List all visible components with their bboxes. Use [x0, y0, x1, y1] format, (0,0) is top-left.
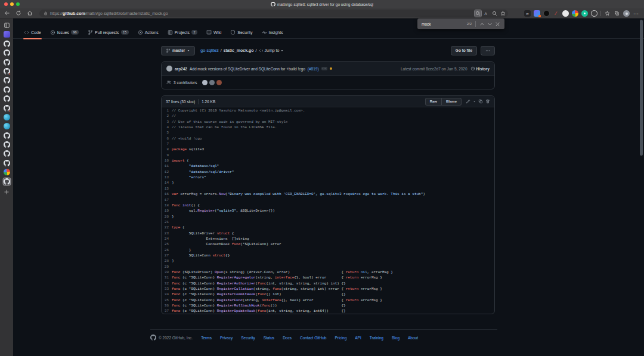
commit-message[interactable]: Add mock versions of SQLiteDriver and SQ…	[190, 67, 305, 71]
browser-tab-go[interactable]	[4, 123, 10, 129]
footer-link-api[interactable]: API	[355, 336, 361, 340]
line-number[interactable]: 4	[162, 125, 172, 130]
browser-tab-gh[interactable]	[4, 160, 10, 166]
collections-icon[interactable]	[500, 10, 506, 17]
tab-projects[interactable]: Projects2	[165, 26, 200, 39]
line-number[interactable]: 32	[162, 281, 172, 286]
browser-tab-go[interactable]	[4, 114, 10, 120]
line-number[interactable]: 23	[162, 231, 172, 236]
contributor-avatar[interactable]	[202, 80, 208, 85]
profile-avatar[interactable]	[623, 10, 630, 17]
go-to-file-button[interactable]: Go to file	[451, 46, 477, 55]
line-number[interactable]: 29	[162, 264, 172, 270]
tab-actions[interactable]: Actions	[135, 26, 162, 39]
footer-link-contact-github[interactable]: Contact GitHub	[300, 336, 326, 340]
line-number[interactable]: 37	[162, 308, 172, 314]
file-options-kebab-button[interactable]	[481, 46, 495, 55]
branch-selector[interactable]: master	[161, 46, 195, 55]
edit-dropdown-caret[interactable]	[473, 100, 476, 103]
line-number[interactable]: 3	[162, 119, 172, 125]
back-button[interactable]	[4, 10, 10, 16]
browser-tab-gh[interactable]	[4, 141, 10, 148]
browser-tab-gh[interactable]	[4, 49, 10, 56]
breadcrumb-repo-link[interactable]: go-sqlite3	[200, 48, 218, 52]
browser-tab-gh[interactable]	[4, 150, 10, 157]
line-number[interactable]: 22	[162, 225, 172, 230]
line-number[interactable]: 11	[162, 163, 172, 169]
tab-security[interactable]: Security	[227, 26, 255, 39]
extension-sphere[interactable]	[572, 10, 578, 17]
line-number[interactable]: 18	[162, 203, 172, 208]
footer-link-security[interactable]: Security	[241, 336, 255, 340]
extension-green[interactable]	[581, 10, 588, 17]
line-number[interactable]: 24	[162, 236, 172, 242]
line-number[interactable]: 7	[162, 141, 172, 147]
contributor-avatar[interactable]	[216, 80, 222, 85]
line-number[interactable]: 34	[162, 292, 172, 297]
line-number[interactable]: 8	[162, 147, 172, 152]
line-number[interactable]: 15	[162, 186, 172, 191]
tab-issues[interactable]: Issues96	[47, 26, 82, 39]
footer-link-blog[interactable]: Blog	[392, 336, 400, 340]
edit-file-button[interactable]	[466, 99, 470, 104]
line-number[interactable]: 16	[162, 191, 172, 197]
tab-wiki[interactable]: Wiki	[203, 26, 224, 39]
browser-tab-google[interactable]	[4, 169, 10, 175]
line-number[interactable]: 2	[162, 113, 172, 119]
jump-to-dropdown[interactable]: Jump to	[259, 48, 284, 53]
footer-link-docs[interactable]: Docs	[283, 336, 292, 340]
favorite-star-icon[interactable]	[604, 10, 611, 17]
contributors-link[interactable]: 3 contributors	[174, 81, 197, 85]
find-input[interactable]: mock	[422, 22, 465, 26]
line-number[interactable]: 9	[162, 153, 172, 158]
line-number[interactable]: 5	[162, 130, 172, 135]
extension-ring[interactable]	[591, 10, 597, 17]
line-number[interactable]: 36	[162, 303, 172, 308]
commit-pr-link[interactable]: (#819)	[308, 67, 319, 71]
browser-menu-icon[interactable]: ⋯	[633, 10, 639, 17]
extension-dark[interactable]: ∞	[524, 10, 531, 17]
line-number[interactable]: 12	[162, 169, 172, 175]
footer-link-pricing[interactable]: Pricing	[335, 336, 346, 340]
copy-icon[interactable]	[478, 99, 483, 104]
line-number[interactable]: 28	[162, 258, 172, 264]
extension-colorful[interactable]	[534, 10, 540, 17]
new-tab-button[interactable]	[4, 189, 10, 195]
delete-file-button[interactable]	[485, 99, 490, 104]
line-number[interactable]: 10	[162, 158, 172, 163]
home-button[interactable]	[27, 10, 33, 16]
browser-tab-gh-red[interactable]	[4, 68, 10, 75]
browser-tab-gh[interactable]	[4, 132, 10, 139]
line-number[interactable]: 19	[162, 208, 172, 213]
find-previous-button[interactable]	[479, 21, 485, 27]
find-in-page-icon[interactable]	[475, 10, 481, 17]
footer-link-about[interactable]: About	[408, 336, 418, 340]
line-number[interactable]: 1	[162, 108, 172, 113]
browser-tab-gh[interactable]	[4, 77, 10, 83]
refresh-button[interactable]	[16, 10, 21, 16]
extension-red[interactable]: ∕	[553, 10, 559, 17]
browser-tab-gh-active[interactable]	[4, 178, 10, 185]
line-number[interactable]: 13	[162, 175, 172, 180]
browser-tab-gh-red[interactable]	[4, 105, 10, 112]
footer-link-status[interactable]: Status	[264, 336, 274, 340]
raw-button[interactable]: Raw	[425, 98, 442, 106]
line-number[interactable]: 14	[162, 180, 172, 185]
line-number[interactable]: 30	[162, 270, 172, 275]
commit-description-toggle[interactable]	[321, 67, 327, 70]
browser-tab-gh[interactable]	[4, 59, 10, 66]
find-close-button[interactable]	[495, 21, 500, 27]
tab-pull-requests[interactable]: Pull requests15	[85, 26, 132, 39]
tab-code[interactable]: Code	[21, 26, 44, 39]
line-number[interactable]: 27	[162, 253, 172, 258]
line-number[interactable]: 31	[162, 275, 172, 280]
blame-button[interactable]: Blame	[442, 98, 462, 106]
line-number[interactable]: 35	[162, 298, 172, 303]
address-bar[interactable]: https://github.com/mattn/go-sqlite3/blob…	[39, 10, 508, 17]
commit-author[interactable]: arp242	[175, 67, 187, 71]
scrollbar-thumb[interactable]	[640, 20, 643, 156]
extensions-menu-icon[interactable]	[614, 10, 620, 17]
github-logo[interactable]	[150, 335, 156, 340]
footer-link-training[interactable]: Training	[370, 336, 383, 340]
line-number[interactable]: 20	[162, 214, 172, 219]
